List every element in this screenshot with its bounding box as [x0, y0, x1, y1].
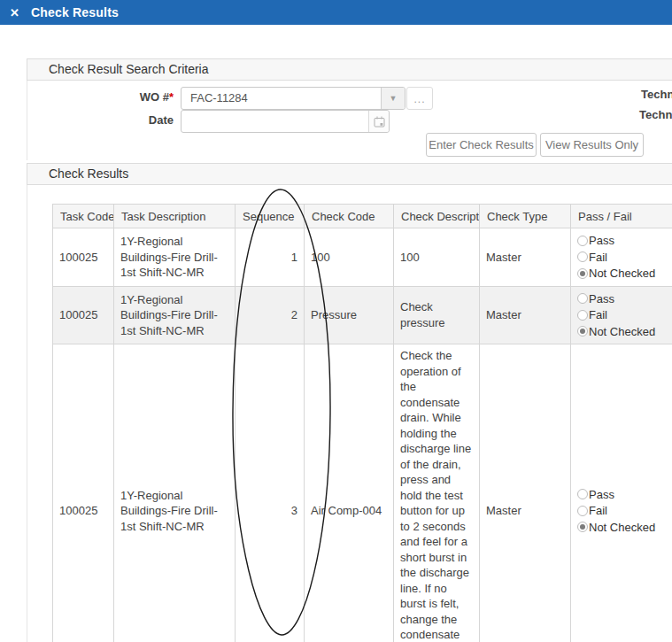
- cell-task-description: 1Y-Regional Buildings-Fire Drill-1st Shi…: [114, 286, 236, 344]
- cell-check-type: Master: [480, 344, 571, 642]
- radio-icon[interactable]: [577, 489, 588, 499]
- cell-pass-fail: PassFailNot Checked: [571, 228, 672, 287]
- cell-check-type: Master: [480, 228, 571, 287]
- search-criteria-body: WO #* FAC-11284 ▼ ... Date Technici Tech…: [27, 81, 672, 160]
- cell-task-code: 100025: [53, 286, 114, 344]
- radio-dot: [580, 271, 585, 276]
- radio-icon[interactable]: [577, 293, 588, 304]
- cell-sequence: 3: [236, 344, 305, 642]
- column-header-pass-fail: Pass / Fail: [571, 205, 672, 228]
- cell-sequence: 2: [236, 286, 305, 344]
- table-header-row: Task CodeTask DescriptionSequenceCheck C…: [53, 205, 672, 228]
- radio-label: Not Checked: [589, 324, 655, 340]
- enter-check-results-button[interactable]: Enter Check Results: [426, 133, 537, 157]
- column-header-sequence: Sequence: [236, 205, 305, 228]
- cell-sequence: 1: [236, 228, 305, 287]
- column-header-task-description: Task Description: [114, 205, 236, 228]
- radio-label: Pass: [589, 291, 614, 307]
- radio-icon[interactable]: [577, 506, 588, 516]
- check-results-table: Task CodeTask DescriptionSequenceCheck C…: [52, 204, 672, 642]
- radio-label: Fail: [589, 250, 607, 266]
- cell-task-description: 1Y-Regional Buildings-Fire Drill-1st Shi…: [114, 344, 236, 642]
- radio-selected-icon[interactable]: [577, 326, 588, 336]
- radio-label: Pass: [589, 233, 614, 249]
- cell-check-code: Pressure: [305, 286, 394, 344]
- radio-icon[interactable]: [577, 251, 588, 262]
- view-results-only-button[interactable]: View Results Only: [540, 133, 644, 157]
- radio-option-fail[interactable]: Fail: [577, 503, 672, 519]
- column-header-task-code: Task Code: [53, 205, 114, 228]
- close-icon[interactable]: ✕: [10, 7, 19, 19]
- radio-option-pass[interactable]: Pass: [577, 291, 672, 307]
- technician-label-2: Technicia: [639, 108, 672, 121]
- date-picker-button[interactable]: [368, 111, 389, 132]
- pass-fail-radio-group: PassFailNot Checked: [577, 233, 672, 282]
- radio-option-fail[interactable]: Fail: [577, 250, 672, 266]
- pass-fail-radio-group: PassFailNot Checked: [577, 487, 672, 536]
- cell-check-code: 100: [305, 228, 394, 287]
- cell-check-description: Check pressure: [394, 286, 480, 344]
- cell-check-description: Check the operation of the condensate dr…: [394, 344, 480, 642]
- column-header-check-descript: Check Descript...: [394, 205, 480, 228]
- radio-option-fail[interactable]: Fail: [577, 307, 672, 323]
- radio-option-pass[interactable]: Pass: [577, 233, 672, 249]
- radio-option-pass[interactable]: Pass: [577, 487, 672, 503]
- cell-task-code: 100025: [53, 344, 114, 642]
- check-results-header: Check Results: [27, 163, 672, 185]
- radio-label: Not Checked: [589, 520, 655, 536]
- radio-dot: [580, 329, 585, 334]
- wo-number-value: FAC-11284: [190, 88, 248, 109]
- search-criteria-panel: Check Result Search Criteria WO #* FAC-1…: [27, 58, 672, 160]
- radio-selected-icon[interactable]: [577, 268, 588, 279]
- radio-icon[interactable]: [577, 236, 588, 246]
- radio-dot: [580, 524, 585, 530]
- technician-label-1: Technici: [641, 88, 672, 101]
- cell-check-description: 100: [394, 228, 480, 287]
- wo-dropdown-button[interactable]: ▼: [381, 88, 405, 109]
- radio-option-not-checked[interactable]: Not Checked: [577, 520, 672, 536]
- wo-number-label: WO #*: [27, 90, 174, 104]
- check-results-table-body: 1000251Y-Regional Buildings-Fire Drill-1…: [53, 228, 672, 642]
- required-asterisk: *: [169, 90, 174, 104]
- table-row: 1000251Y-Regional Buildings-Fire Drill-1…: [53, 228, 672, 287]
- cell-pass-fail: PassFailNot Checked: [571, 286, 672, 344]
- check-results-panel: Check Results Task CodeTask DescriptionS…: [27, 163, 672, 642]
- radio-option-not-checked[interactable]: Not Checked: [577, 324, 672, 340]
- cell-pass-fail: PassFailNot Checked: [571, 344, 672, 642]
- radio-icon[interactable]: [577, 310, 588, 321]
- check-results-body: Task CodeTask DescriptionSequenceCheck C…: [27, 185, 672, 642]
- column-header-check-code: Check Code: [305, 205, 394, 228]
- calendar-icon: [374, 116, 385, 128]
- pass-fail-radio-group: PassFailNot Checked: [577, 291, 672, 340]
- table-row: 1000251Y-Regional Buildings-Fire Drill-1…: [53, 344, 672, 642]
- wo-number-combobox[interactable]: FAC-11284 ▼: [181, 87, 406, 110]
- window-titlebar: ✕ Check Results: [0, 0, 672, 25]
- cell-task-code: 100025: [53, 228, 114, 287]
- date-label: Date: [27, 113, 174, 127]
- search-criteria-header: Check Result Search Criteria: [27, 58, 672, 81]
- radio-label: Pass: [589, 487, 614, 503]
- radio-label: Fail: [589, 307, 607, 323]
- radio-selected-icon[interactable]: [577, 522, 588, 532]
- cell-task-description: 1Y-Regional Buildings-Fire Drill-1st Shi…: [114, 228, 236, 287]
- window-title: Check Results: [31, 5, 119, 19]
- radio-label: Not Checked: [589, 266, 655, 282]
- column-header-check-type: Check Type: [480, 205, 571, 228]
- cell-check-code: Air Comp-004: [305, 344, 394, 642]
- chevron-down-icon: ▼: [390, 94, 398, 103]
- cell-check-type: Master: [480, 286, 571, 344]
- radio-option-not-checked[interactable]: Not Checked: [577, 266, 672, 282]
- radio-label: Fail: [589, 503, 607, 519]
- date-input[interactable]: [181, 110, 390, 133]
- table-row: 1000251Y-Regional Buildings-Fire Drill-1…: [53, 286, 672, 344]
- wo-lookup-button[interactable]: ...: [406, 87, 433, 110]
- wo-number-label-text: WO #: [140, 90, 169, 104]
